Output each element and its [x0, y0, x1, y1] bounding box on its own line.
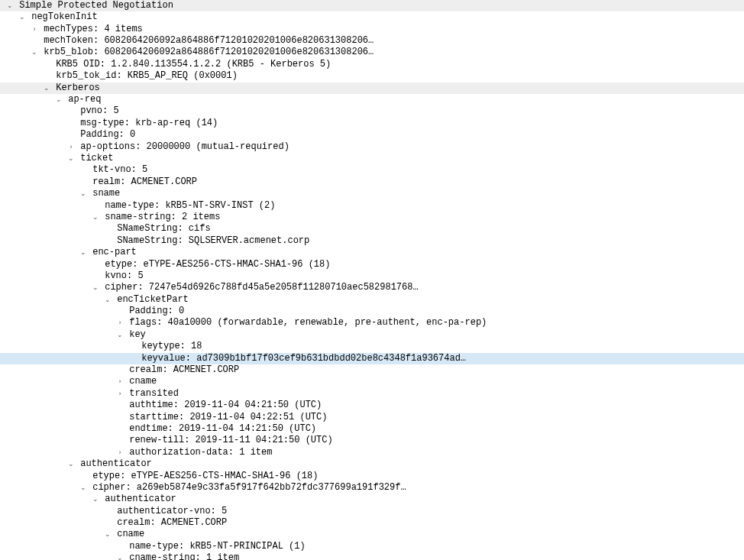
gap: [112, 235, 117, 248]
tree-row[interactable]: authtime: 2019-11-04 04:21:50 (UTC): [0, 400, 744, 411]
chevron-down-icon[interactable]: ⌄: [116, 331, 124, 340]
tree-row[interactable]: Padding: 0: [0, 306, 744, 317]
tree-row[interactable]: crealm: ACMENET.CORP: [0, 364, 744, 376]
chevron-down-icon[interactable]: ⌄: [55, 95, 63, 105]
tree-row[interactable]: keytype: 18: [0, 341, 744, 352]
gap: [99, 259, 105, 271]
tree-row[interactable]: KRB5 OID: 1.2.840.113554.1.2.2 (KRB5 - K…: [0, 59, 744, 70]
tree-row[interactable]: name-type: kRB5-NT-SRV-INST (2): [0, 200, 744, 212]
tree-row[interactable]: realm: ACMENET.CORP: [0, 176, 744, 188]
tree-row[interactable]: ⌄ authenticator: [0, 494, 744, 505]
tree-row-label: etype: eTYPE-AES256-CTS-HMAC-SHA1-96 (18…: [105, 259, 330, 271]
chevron-down-icon[interactable]: ⌄: [67, 460, 75, 469]
chevron-down-icon[interactable]: ⌄: [79, 484, 87, 493]
tree-row-label: SNameString: cifs: [117, 223, 210, 235]
tree-row[interactable]: ⌄ cipher: 7247e54d6926c788fd45a5e2058f11…: [0, 282, 744, 293]
chevron-right-icon[interactable]: ›: [67, 143, 75, 152]
tree-row[interactable]: mechToken: 6082064206092a864886f71201020…: [0, 35, 744, 47]
chevron-down-icon[interactable]: ⌄: [79, 248, 87, 257]
chevron-down-icon[interactable]: ⌄: [104, 296, 112, 305]
tree-row[interactable]: starttime: 2019-11-04 04:22:51 (UTC): [0, 412, 744, 423]
tree-row[interactable]: ⌄ sname-string: 2 items: [0, 212, 744, 223]
tree-row-label: etype: eTYPE-AES256-CTS-HMAC-SHA1-96 (18…: [92, 471, 318, 483]
tree-row[interactable]: ⌄ enc-part: [0, 247, 744, 258]
tree-row-label: authorization-data: 1 item: [129, 447, 272, 459]
tree-row[interactable]: Padding: 0: [0, 129, 744, 141]
chevron-down-icon[interactable]: ⌄: [92, 495, 99, 504]
tree-row[interactable]: ⌄ Simple Protected Negotiation: [0, 0, 744, 11]
chevron-down-icon[interactable]: ⌄: [92, 283, 99, 293]
tree-row[interactable]: pvno: 5: [0, 106, 744, 118]
gap: [38, 47, 44, 59]
tree-row[interactable]: ⌄ encTicketPart: [0, 294, 744, 306]
tree-row[interactable]: crealm: ACMENET.CORP: [0, 517, 744, 529]
tree-row[interactable]: ⌄ krb5_blob: 6082064206092a864886f712010…: [0, 47, 744, 59]
tree-row-label: name-type: kRB5-NT-PRINCIPAL (1): [129, 541, 305, 553]
gap: [75, 118, 80, 130]
chevron-down-icon[interactable]: ⌄: [67, 154, 75, 163]
tree-row[interactable]: authenticator-vno: 5: [0, 506, 744, 517]
tree-row[interactable]: ⌄ key: [0, 329, 744, 341]
tree-row[interactable]: endtime: 2019-11-04 14:21:50 (UTC): [0, 423, 744, 435]
tree-row-label: renew-till: 2019-11-11 04:21:50 (UTC): [129, 435, 332, 447]
chevron-right-icon[interactable]: ›: [116, 390, 124, 399]
tree-row[interactable]: name-type: kRB5-NT-PRINCIPAL (1): [0, 541, 744, 552]
tree-row[interactable]: ⌄ cname: [0, 529, 744, 541]
tree-row[interactable]: SNameString: cifs: [0, 223, 744, 235]
tree-row[interactable]: ⌄ cname-string: 1 item: [0, 552, 744, 560]
gap: [50, 83, 56, 95]
tree-row[interactable]: etype: eTYPE-AES256-CTS-HMAC-SHA1-96 (18…: [0, 259, 744, 270]
tree-row[interactable]: renew-till: 2019-11-11 04:21:50 (UTC): [0, 435, 744, 446]
tree-row[interactable]: ⌄ authenticator: [0, 458, 744, 470]
gap: [38, 35, 44, 47]
tree-row-label: ticket: [80, 153, 113, 165]
gap: [124, 388, 129, 400]
tree-row-label: cname: [129, 376, 157, 388]
chevron-down-icon[interactable]: ⌄: [104, 530, 112, 539]
tree-row-label: keytype: 18: [141, 341, 202, 353]
tree-row[interactable]: ⌄ ticket: [0, 153, 744, 164]
tree-row[interactable]: ⌄ cipher: a269eb5874e9c33fa5f917f642bb72…: [0, 482, 744, 494]
chevron-down-icon[interactable]: ⌄: [6, 2, 14, 11]
tree-row[interactable]: krb5_tok_id: KRB5_AP_REQ (0x0001): [0, 70, 744, 82]
tree-row-label: Simple Protected Negotiation: [19, 0, 173, 12]
chevron-down-icon[interactable]: ⌄: [92, 213, 99, 222]
gap: [99, 200, 105, 212]
tree-row[interactable]: ⌄ sname: [0, 188, 744, 199]
gap: [124, 447, 129, 459]
tree-row[interactable]: msg-type: krb-ap-req (14): [0, 118, 744, 129]
tree-row-label: authenticator: [80, 458, 152, 471]
chevron-right-icon[interactable]: ›: [31, 25, 38, 34]
tree-row[interactable]: › transited: [0, 388, 744, 400]
tree-row[interactable]: › flags: 40a10000 (forwardable, renewabl…: [0, 318, 744, 329]
tree-row-label: authenticator-vno: 5: [117, 506, 227, 518]
chevron-right-icon[interactable]: ›: [116, 377, 124, 387]
tree-row[interactable]: SNameString: SQLSERVER.acmenet.corp: [0, 235, 744, 247]
tree-row[interactable]: ⌄ ap-req: [0, 94, 744, 105]
chevron-down-icon[interactable]: ⌄: [18, 13, 26, 22]
chevron-right-icon[interactable]: ›: [116, 448, 124, 458]
tree-row[interactable]: etype: eTYPE-AES256-CTS-HMAC-SHA1-96 (18…: [0, 471, 744, 482]
tree-row[interactable]: kvno: 5: [0, 270, 744, 282]
tree-row[interactable]: › cname: [0, 377, 744, 388]
tree-row-label: Kerberos: [56, 83, 100, 95]
tree-row[interactable]: › authorization-data: 1 item: [0, 447, 744, 458]
chevron-down-icon[interactable]: ⌄: [79, 189, 87, 199]
gap: [112, 506, 117, 518]
tree-row[interactable]: tkt-vno: 5: [0, 164, 744, 176]
tree-row-label: transited: [129, 388, 179, 400]
tree-row-label: mechToken: 6082064206092a864886f71201020…: [44, 35, 374, 47]
tree-row[interactable]: ⌄ negTokenInit: [0, 11, 744, 23]
chevron-down-icon[interactable]: ⌄: [31, 48, 38, 57]
chevron-right-icon[interactable]: ›: [116, 319, 124, 328]
tree-row[interactable]: keyvalue: ad7309b1bf17f03cef9b631bdbdd02…: [0, 353, 744, 364]
tree-row[interactable]: › ap-options: 20000000 (mutual-required): [0, 141, 744, 153]
tree-row[interactable]: › mechTypes: 4 items: [0, 24, 744, 35]
gap: [63, 94, 68, 106]
tree-row-label: name-type: kRB5-NT-SRV-INST (2): [105, 200, 275, 212]
chevron-down-icon[interactable]: ⌄: [43, 84, 50, 93]
tree-row-label: ap-req: [68, 94, 101, 106]
chevron-down-icon[interactable]: ⌄: [116, 554, 124, 560]
tree-row[interactable]: ⌄ Kerberos: [0, 83, 744, 94]
gap: [99, 270, 105, 283]
